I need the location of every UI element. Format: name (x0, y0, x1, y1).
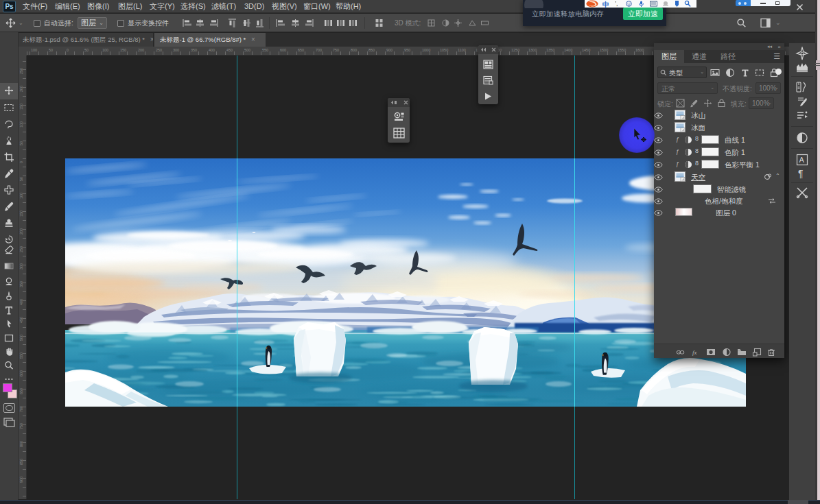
svg-text:¶: ¶ (798, 168, 804, 179)
svg-text:A: A (799, 156, 805, 164)
svg-text:fx: fx (692, 349, 697, 356)
